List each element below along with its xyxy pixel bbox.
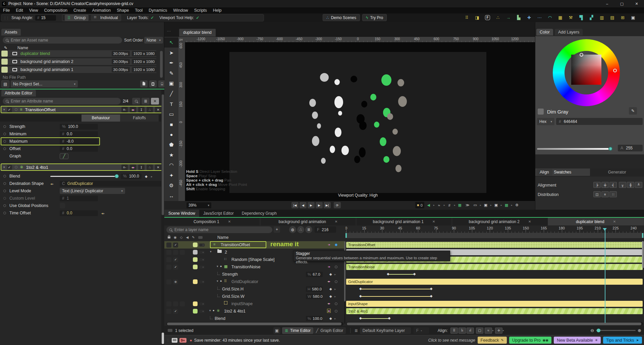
skip-icon[interactable]: ≫ xyxy=(464,202,471,208)
drag-grip-icon[interactable]: ⋮⋮ xyxy=(3,16,9,20)
offset-input[interactable]: #0.0 xyxy=(60,146,98,152)
viewport-dot[interactable] xyxy=(334,79,340,85)
color-mode-dropdown[interactable]: Hex▾ xyxy=(537,118,554,125)
viewport-dot[interactable] xyxy=(330,146,335,153)
tag-icon[interactable] xyxy=(198,236,203,239)
project-icon[interactable]: ▤ xyxy=(1,80,9,87)
layer-bar[interactable]: TransitionNoise xyxy=(346,264,643,270)
layer-row[interactable]: ✓▾●※1to2 & 4to1◂▸ xyxy=(164,307,344,315)
alpha-slider-knob[interactable] xyxy=(608,147,612,151)
add-layers-tab[interactable]: Add Layers xyxy=(555,29,583,36)
save-reminder-message[interactable]: Save reminder: 43 minutes since your las… xyxy=(194,338,280,343)
layer-search-input[interactable]: Enter a layer name xyxy=(166,226,272,233)
line-tool[interactable]: ╱ xyxy=(164,89,178,99)
tips-and-tricks-button[interactable]: Tips and Tricks➤ xyxy=(603,337,642,344)
lock-cell[interactable] xyxy=(166,309,171,314)
attribute-scrollbar-track[interactable] xyxy=(161,90,164,345)
animate-radio[interactable] xyxy=(335,310,337,313)
blend-slider[interactable] xyxy=(50,176,117,177)
pen-tool[interactable]: ✒ xyxy=(164,58,178,68)
layer-row[interactable]: ◉▾●⠿GridDuplicator◂▸ xyxy=(164,278,344,285)
viewport-dot[interactable] xyxy=(351,76,357,82)
polygon-tool[interactable]: ⬟ xyxy=(164,140,178,150)
viewport-dot[interactable] xyxy=(338,111,342,116)
first-frame-button[interactable]: |◀ xyxy=(291,202,299,208)
timeline-track[interactable]: GridDuplicator xyxy=(345,278,644,285)
destination-shape-input[interactable]: CGridDuplicator xyxy=(60,181,163,187)
demo-scenes-button[interactable]: ∴Demo Scenes xyxy=(323,14,360,21)
add-list-icon[interactable]: ≣ xyxy=(142,98,150,105)
timeline-area[interactable]: 0153045607590105120135150165180195210225… xyxy=(345,225,644,335)
visibility-cell[interactable]: ◉ xyxy=(173,279,178,284)
layer-name[interactable]: Random [Shape Scale] xyxy=(231,257,275,262)
layer-name[interactable]: TransitionNoise xyxy=(231,265,260,269)
previous-frame-button[interactable]: ◀ xyxy=(300,202,307,208)
minimize-button[interactable]: – xyxy=(600,0,614,7)
keyframe-diamond-icon[interactable]: ◆ xyxy=(145,175,148,178)
audio-icon[interactable]: ◀ xyxy=(186,235,189,239)
next-key-icon[interactable]: ▸ xyxy=(334,295,336,298)
viewport-dot[interactable] xyxy=(398,96,407,107)
next-message-link[interactable]: Click to see next message xyxy=(428,338,475,343)
blend-input[interactable]: %100.0 xyxy=(121,174,142,179)
saturation-value-square[interactable] xyxy=(571,55,601,85)
visibility-dot-icon[interactable]: ● xyxy=(220,265,222,268)
viewport-dot[interactable] xyxy=(334,96,343,108)
display-mode-icon[interactable]: ▭ xyxy=(472,202,479,208)
comp-icon[interactable] xyxy=(149,80,157,87)
graph-button[interactable]: ╱ xyxy=(60,153,68,159)
viewport-dot[interactable] xyxy=(359,121,367,130)
play-button[interactable]: ▶ xyxy=(308,202,315,208)
timeline-vscrollbar[interactable] xyxy=(642,241,644,268)
solo-radio[interactable] xyxy=(15,166,17,168)
timeline-zoom-slider[interactable] xyxy=(596,330,636,331)
viewport-dot[interactable] xyxy=(397,79,404,86)
chevron-icon[interactable]: ▸ xyxy=(480,204,481,207)
menu-shape[interactable]: Shape xyxy=(114,8,132,13)
dock-tab-javascript-editor[interactable]: JavaScript Editor xyxy=(199,210,238,217)
keyframe-nav-icons[interactable]: ◂▸ xyxy=(327,302,330,305)
layer-row[interactable]: ✓▾●▩TransitionNoise◂▸ xyxy=(164,263,344,271)
next-key-icon[interactable]: ▸ xyxy=(334,317,336,320)
layer-row[interactable]: inputShape◂▸ xyxy=(164,300,344,307)
lock-cell[interactable] xyxy=(166,279,171,284)
viewport-dot[interactable] xyxy=(381,74,391,86)
align-shapes-icon[interactable]: ▙ xyxy=(514,14,524,21)
visibility-dot-icon[interactable]: ● xyxy=(220,279,222,283)
section-header-1to2-4to1[interactable]: ▾ ✓ ※ 1to2 & 4to1 ≡- ◂▸ ↧ ∴ ✕ xyxy=(1,163,163,171)
filter-icon[interactable]: ◍ xyxy=(289,226,296,233)
duplicate-icon[interactable]: ∴ xyxy=(147,164,153,170)
prev-key-icon[interactable]: ◂ xyxy=(50,182,52,186)
add-layer-button[interactable]: + xyxy=(274,226,280,233)
ellipse-tool[interactable]: ● xyxy=(164,130,178,140)
keyframe-nav-icons[interactable]: ◂▸ xyxy=(130,164,136,170)
viewport-dot[interactable] xyxy=(312,112,318,119)
individual-button[interactable]: ⠛Individual xyxy=(91,15,121,21)
blend-slider-knob[interactable] xyxy=(115,174,119,178)
feedback-button[interactable]: Feedback✎ xyxy=(478,337,507,344)
visibility-icon[interactable]: ◉ xyxy=(174,235,177,239)
keyframe[interactable]: ◆ xyxy=(388,316,391,320)
asset-name[interactable]: background grid animation 1 xyxy=(20,67,73,72)
time-offset-input[interactable]: #0.0 xyxy=(60,210,98,216)
table-icon[interactable]: ▦ xyxy=(555,14,566,21)
sort-order-dropdown[interactable]: None▾ xyxy=(144,37,163,44)
alpha-input[interactable]: A255 xyxy=(618,145,643,151)
layer-bar[interactable]: TransitionOffset xyxy=(346,242,643,248)
lock-cell[interactable] xyxy=(166,257,171,262)
timeline-track[interactable]: ◆◆ xyxy=(345,285,644,293)
menu-help[interactable]: Help xyxy=(210,8,225,13)
forge-icon[interactable]: F xyxy=(482,14,493,21)
solo-radio[interactable] xyxy=(15,108,17,111)
timeline-zoom-knob[interactable] xyxy=(597,329,600,332)
columns-icon[interactable]: ▥ xyxy=(597,14,607,21)
pivot-tool-icon[interactable]: ⚒ xyxy=(566,14,576,21)
viewport-dot[interactable] xyxy=(341,146,349,155)
layer-name[interactable]: GridDuplicator xyxy=(231,279,258,284)
stair-connect2-icon[interactable]: ▞ xyxy=(586,14,597,21)
fit-screen-icon[interactable]: ▦ xyxy=(457,202,463,208)
align-tab[interactable]: Align xyxy=(536,169,552,176)
distribute-grid-button[interactable]: ∷ xyxy=(609,191,617,197)
loop-button[interactable]: ⟳ xyxy=(334,202,341,208)
timeline-track[interactable]: ◆◆ xyxy=(345,315,644,322)
